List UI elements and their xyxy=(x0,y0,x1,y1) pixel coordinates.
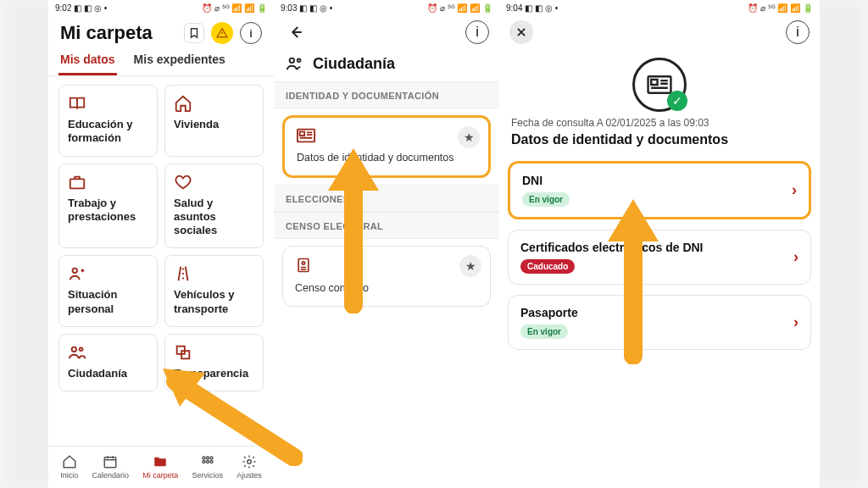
info-button[interactable]: i xyxy=(465,20,489,44)
nav-label: Ajustes xyxy=(236,471,262,480)
briefcase-icon xyxy=(68,173,86,191)
nav-mi-carpeta[interactable]: Mi carpeta xyxy=(142,454,178,480)
home-icon xyxy=(62,454,77,469)
card-transparencia[interactable]: Transparencia xyxy=(164,334,264,391)
status-chip: Caducado xyxy=(520,259,575,274)
people-icon xyxy=(68,343,86,362)
card-label: Vehículos y transporte xyxy=(174,288,254,316)
gear-icon xyxy=(242,454,257,469)
info-button[interactable]: i xyxy=(240,22,262,44)
card-vivienda[interactable]: Vivienda xyxy=(164,85,264,157)
bookmark-button[interactable] xyxy=(184,23,204,43)
nav-ajustes[interactable]: Ajustes xyxy=(236,454,262,480)
heart-icon xyxy=(174,173,192,191)
item-censo-continuo[interactable]: ★ Censo continuo xyxy=(282,246,491,307)
item-datos-identidad[interactable]: ★ Datos de identidad y documentos xyxy=(282,115,491,178)
card-label: Ciudadanía xyxy=(68,367,148,380)
close-icon xyxy=(515,26,527,38)
bottom-nav: Inicio Calendario Mi carpeta Servicios A… xyxy=(48,446,274,488)
screenshot-2-ciudadania: 9:03◧ ◧ ◎ • ⏰ ⌀ ⁵ᴳ 📶 📶 🔋 i Ciudadanía ID… xyxy=(274,0,499,488)
nav-label: Servicios xyxy=(192,471,224,480)
card-vehiculos[interactable]: Vehículos y transporte xyxy=(164,255,264,327)
card-salud[interactable]: Salud y asuntos sociales xyxy=(164,164,264,249)
clock-text: 9:02 xyxy=(55,3,71,13)
road-icon xyxy=(174,264,192,283)
item-label: Datos de identidad y documentos xyxy=(297,152,476,164)
tab-mis-datos[interactable]: Mis datos xyxy=(58,47,117,75)
row-pasaporte[interactable]: Pasaporte En vigor › xyxy=(508,295,811,350)
id-card-icon xyxy=(647,75,672,94)
people-icon xyxy=(286,54,304,73)
nav-calendario[interactable]: Calendario xyxy=(92,454,129,480)
card-ciudadania[interactable]: Ciudadanía xyxy=(58,334,158,391)
row-certificados[interactable]: Certificados electrónicos de DNI Caducad… xyxy=(508,230,811,285)
chevron-right-icon: › xyxy=(792,181,797,199)
section-censo: CENSO ELECTORAL xyxy=(274,212,499,239)
card-situacion[interactable]: Situación personal xyxy=(58,255,158,327)
item-label: Censo continuo xyxy=(295,282,478,294)
favorite-button[interactable]: ★ xyxy=(459,255,481,277)
nav-label: Mi carpeta xyxy=(142,471,178,480)
svg-point-12 xyxy=(248,459,252,463)
card-label: Salud y asuntos sociales xyxy=(174,197,254,238)
tabs: Mis datos Mis expedientes xyxy=(48,47,274,76)
clock-text: 9:04 xyxy=(506,3,522,13)
svg-point-2 xyxy=(72,347,77,352)
grid-icon xyxy=(200,454,215,469)
svg-rect-0 xyxy=(70,179,85,188)
query-date: Fecha de consulta A 02/01/2025 a las 09:… xyxy=(499,117,820,129)
arrow-left-icon xyxy=(288,25,303,40)
svg-point-17 xyxy=(302,262,304,264)
alert-button[interactable] xyxy=(211,22,233,44)
close-button[interactable] xyxy=(509,20,533,44)
row-dni[interactable]: DNI En vigor › xyxy=(508,161,811,219)
info-button[interactable]: i xyxy=(786,20,810,44)
svg-point-13 xyxy=(290,58,295,64)
section-elecciones: ELECCIONES xyxy=(274,185,499,212)
check-icon: ✓ xyxy=(667,91,687,111)
nav-label: Calendario xyxy=(92,471,129,480)
nav-inicio[interactable]: Inicio xyxy=(60,454,78,480)
svg-point-10 xyxy=(206,460,209,463)
person-icon xyxy=(68,264,86,283)
copy-icon xyxy=(174,343,192,362)
row-title: DNI xyxy=(522,174,570,187)
svg-point-6 xyxy=(203,457,205,459)
category-grid: Educación y formación Vivienda Trabajo y… xyxy=(48,76,274,446)
screenshot-3-documentos: 9:04◧ ◧ ◎ • ⏰ ⌀ ⁵ᴳ 📶 📶 🔋 i ✓ Fecha de co… xyxy=(499,0,820,488)
svg-rect-15 xyxy=(300,131,305,136)
status-chip: En vigor xyxy=(520,324,568,339)
svg-point-7 xyxy=(206,457,209,459)
svg-point-9 xyxy=(203,460,205,463)
svg-rect-5 xyxy=(104,457,116,467)
card-educacion[interactable]: Educación y formación xyxy=(58,85,158,157)
nav-servicios[interactable]: Servicios xyxy=(192,454,224,480)
favorite-button[interactable]: ★ xyxy=(458,126,480,148)
svg-point-1 xyxy=(73,269,78,274)
row-title: Certificados electrónicos de DNI xyxy=(520,241,704,254)
clock-text: 9:03 xyxy=(281,3,297,13)
card-label: Transparencia xyxy=(174,367,254,380)
home-icon xyxy=(174,94,192,113)
tab-mis-expedientes[interactable]: Mis expedientes xyxy=(132,47,227,75)
calendar-icon xyxy=(103,454,118,469)
chevron-right-icon: › xyxy=(793,248,798,266)
page-title: Ciudadanía xyxy=(313,55,395,73)
status-bar: 9:03◧ ◧ ◎ • ⏰ ⌀ ⁵ᴳ 📶 📶 🔋 xyxy=(274,0,499,15)
status-chip: En vigor xyxy=(522,192,570,207)
book-icon xyxy=(68,94,86,113)
back-button[interactable] xyxy=(284,20,308,44)
screenshot-1-mi-carpeta: 9:02◧ ◧ ◎ • ⏰ ⌀ ⁵ᴳ 📶 📶 🔋 Mi carpeta i Mi… xyxy=(48,0,274,488)
svg-rect-19 xyxy=(651,80,657,85)
status-bar: 9:04◧ ◧ ◎ • ⏰ ⌀ ⁵ᴳ 📶 📶 🔋 xyxy=(499,0,820,15)
svg-point-11 xyxy=(210,460,213,463)
nav-label: Inicio xyxy=(60,471,78,480)
row-title: Pasaporte xyxy=(520,306,578,319)
card-label: Trabajo y prestaciones xyxy=(68,197,148,225)
document-badge: ✓ xyxy=(632,58,687,112)
card-trabajo[interactable]: Trabajo y prestaciones xyxy=(58,164,158,249)
card-label: Educación y formación xyxy=(68,118,148,146)
page-title: Mi carpeta xyxy=(60,22,153,44)
chevron-right-icon: › xyxy=(793,313,798,331)
page-title: Datos de identidad y documentos xyxy=(499,129,820,156)
